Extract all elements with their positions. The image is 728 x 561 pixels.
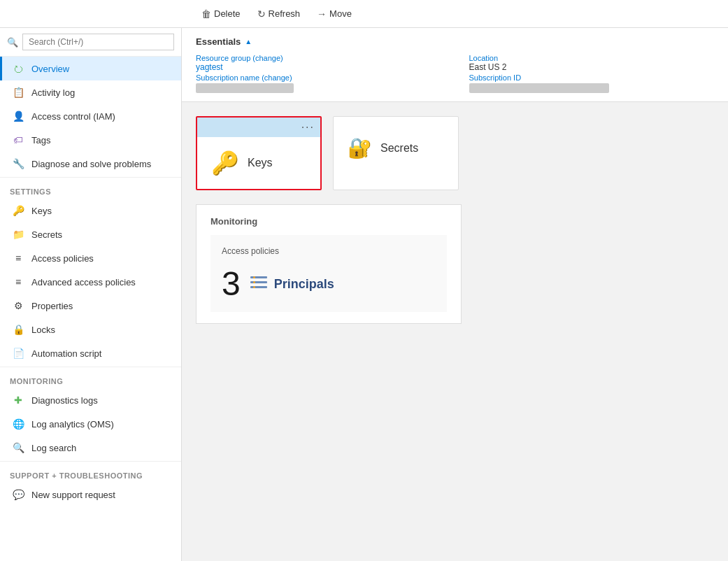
sidebar-item-diagnose[interactable]: 🔧 Diagnose and solve problems <box>0 152 181 176</box>
keys-tile-body: 🔑 Keys <box>197 137 320 189</box>
sidebar: 🔍 ⭮ Overview 📋 Activity log 👤 Access con… <box>0 28 182 561</box>
monitoring-section: Monitoring Access policies 3 <box>196 204 462 324</box>
secrets-icon: 📁 <box>12 229 24 240</box>
sidebar-item-log-search[interactable]: 🔍 Log search <box>0 436 181 460</box>
sidebar-item-keys[interactable]: 🔑 Keys <box>0 199 181 222</box>
keys-tile-header: ··· <box>197 118 320 137</box>
dashboard: ··· 🔑 Keys 🔐 Secrets Monito <box>182 102 728 338</box>
diagnose-label: Diagnose and solve problems <box>31 159 151 169</box>
delete-icon: 🗑 <box>201 8 211 20</box>
essentials-grid: Resource group (change) yagtest Location… <box>196 54 714 93</box>
advanced-access-policies-label: Advanced access policies <box>31 277 136 287</box>
svg-rect-2 <box>250 286 267 288</box>
settings-section-label: SETTINGS <box>0 179 181 199</box>
sidebar-item-advanced-access-policies[interactable]: ≡ Advanced access policies <box>0 270 181 294</box>
divider-settings <box>0 177 181 178</box>
properties-icon: ⚙ <box>12 300 24 311</box>
access-policies-label: Access policies <box>31 253 94 264</box>
essentials-title-text: Essentials <box>196 36 241 47</box>
sidebar-item-new-support[interactable]: 💬 New support request <box>0 483 181 506</box>
activity-log-label: Activity log <box>31 87 75 98</box>
access-policies-card-label: Access policies <box>222 246 436 256</box>
resource-group-value[interactable]: yagtest <box>196 62 441 72</box>
sidebar-item-activity-log[interactable]: 📋 Activity log <box>0 80 181 104</box>
secrets-label: Secrets <box>31 229 62 240</box>
monitoring-section-label: MONITORING <box>0 369 181 388</box>
sidebar-item-access-policies[interactable]: ≡ Access policies <box>0 246 181 270</box>
move-label: Move <box>329 8 352 19</box>
principals-row: 3 <box>222 267 436 301</box>
monitoring-title: Monitoring <box>210 216 447 227</box>
locks-icon: 🔒 <box>12 324 24 335</box>
svg-rect-5 <box>253 286 255 288</box>
secrets-tile[interactable]: 🔐 Secrets <box>333 116 459 190</box>
access-policies-icon: ≡ <box>12 253 24 264</box>
subscription-id-label: Subscription ID <box>469 73 715 82</box>
diagnostics-logs-icon: ✚ <box>12 395 24 406</box>
delete-button[interactable]: 🗑 Delete <box>196 6 246 22</box>
new-support-label: New support request <box>31 490 115 500</box>
advanced-access-policies-icon: ≡ <box>12 276 24 287</box>
move-button[interactable]: → Move <box>311 6 357 22</box>
search-input[interactable] <box>22 34 174 50</box>
log-search-icon: 🔍 <box>12 442 24 453</box>
sidebar-item-properties[interactable]: ⚙ Properties <box>0 294 181 318</box>
delete-label: Delete <box>214 8 241 19</box>
keys-tile-menu-icon[interactable]: ··· <box>301 121 315 134</box>
sidebar-item-secrets[interactable]: 📁 Secrets <box>0 222 181 246</box>
main-content: Essentials ▲ Resource group (change) yag… <box>182 28 728 561</box>
keys-label: Keys <box>31 206 52 216</box>
tags-label: Tags <box>31 135 50 145</box>
secrets-tile-lock-icon: 🔐 <box>348 136 372 159</box>
sidebar-item-automation-script[interactable]: 📄 Automation script <box>0 341 181 365</box>
principals-label: Principals <box>274 277 334 292</box>
diagnostics-logs-label: Diagnostics logs <box>31 395 98 406</box>
log-search-label: Log search <box>31 443 76 453</box>
automation-script-label: Automation script <box>31 348 101 359</box>
essentials-title: Essentials ▲ <box>196 36 714 47</box>
svg-rect-3 <box>253 276 255 278</box>
keys-tile-key-icon: 🔑 <box>211 150 239 176</box>
principals-count: 3 <box>222 267 241 301</box>
locks-label: Locks <box>31 325 55 335</box>
log-analytics-label: Log analytics (OMS) <box>31 419 114 429</box>
overview-label: Overview <box>31 64 69 74</box>
divider-monitoring <box>0 367 181 367</box>
subscription-name-value <box>196 83 294 93</box>
subscription-id-value <box>469 83 609 93</box>
refresh-icon: ↻ <box>257 8 266 20</box>
main-layout: 🔍 ⭮ Overview 📋 Activity log 👤 Access con… <box>0 28 728 561</box>
automation-script-icon: 📄 <box>12 348 24 359</box>
resource-group-field: Resource group (change) yagtest <box>196 54 441 72</box>
diagnose-icon: 🔧 <box>12 158 24 169</box>
divider-support <box>0 461 181 462</box>
sidebar-item-diagnostics-logs[interactable]: ✚ Diagnostics logs <box>0 388 181 412</box>
location-field: Location East US 2 <box>469 54 715 72</box>
properties-label: Properties <box>31 301 73 311</box>
overview-icon: ⭮ <box>12 63 24 74</box>
sidebar-item-tags[interactable]: 🏷 Tags <box>0 128 181 152</box>
subscription-id-field: Subscription ID <box>469 73 715 93</box>
top-bar-actions: 🗑 Delete ↻ Refresh → Move <box>7 6 357 22</box>
move-icon: → <box>317 8 327 20</box>
search-bar: 🔍 <box>0 28 181 57</box>
subscription-name-label: Subscription name (change) <box>196 73 441 82</box>
sidebar-item-locks[interactable]: 🔒 Locks <box>0 318 181 341</box>
access-policies-card: Access policies 3 <box>210 235 447 312</box>
sidebar-item-log-analytics[interactable]: 🌐 Log analytics (OMS) <box>0 412 181 436</box>
subscription-name-field: Subscription name (change) <box>196 73 441 93</box>
svg-rect-0 <box>250 276 267 278</box>
keys-icon: 🔑 <box>12 205 24 216</box>
essentials-chevron-icon[interactable]: ▲ <box>245 38 252 45</box>
secrets-tile-body: 🔐 Secrets <box>334 117 458 179</box>
search-icon: 🔍 <box>7 37 18 48</box>
svg-rect-1 <box>250 281 267 283</box>
sidebar-item-overview[interactable]: ⭮ Overview <box>0 57 181 80</box>
principals-icon-text: Principals <box>249 273 334 296</box>
resource-group-label: Resource group (change) <box>196 54 441 62</box>
svg-rect-4 <box>253 281 255 283</box>
keys-tile[interactable]: ··· 🔑 Keys <box>196 116 322 190</box>
refresh-button[interactable]: ↻ Refresh <box>252 6 306 22</box>
sidebar-item-access-control[interactable]: 👤 Access control (IAM) <box>0 104 181 128</box>
activity-log-icon: 📋 <box>12 87 24 98</box>
